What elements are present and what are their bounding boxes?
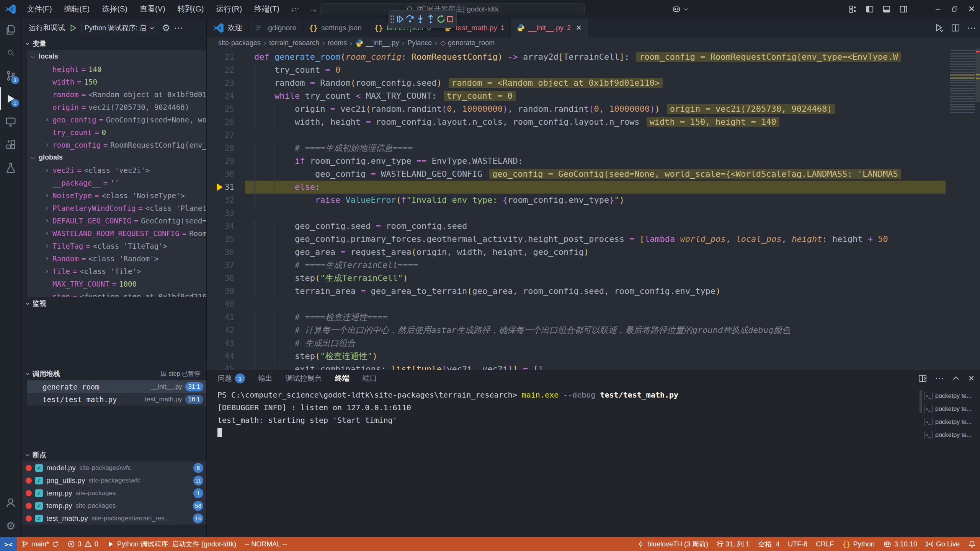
activity-item-explorer[interactable]: [0, 18, 22, 41]
terminal-scrollbar[interactable]: [920, 390, 922, 413]
variable-row[interactable]: step=<function step at 0x1bf9cd216d: [27, 290, 206, 297]
variable-row[interactable]: try_count=0: [27, 126, 206, 139]
code-line-30[interactable]: 30 geo_config = WASTELAND_GEO_CONFIGgeo_…: [207, 168, 946, 181]
forward-icon[interactable]: →: [309, 4, 318, 15]
toggle-secondary-sidebar-icon[interactable]: [895, 0, 912, 18]
variable-row[interactable]: __package__='': [27, 176, 206, 189]
code-line-28[interactable]: 28 # ====生成初始地理信息====: [207, 142, 946, 155]
code-line-42[interactable]: 42 # 计算每一个出口的中心，然后使用astar生成路径，确保每一个出口组合都…: [207, 324, 946, 337]
activity-item-settings[interactable]: ⚙: [0, 514, 22, 537]
statusbar-vim-mode[interactable]: -- NORMAL --: [240, 537, 291, 551]
variable-row[interactable]: Random=<class 'Random'>: [27, 252, 206, 265]
terminal-session-item[interactable]: >_pocketpy te...: [924, 390, 977, 402]
statusbar-eol[interactable]: CRLF: [812, 537, 838, 551]
variable-row[interactable]: geo_config=GeoConfig(seed=None, wor…: [27, 113, 206, 126]
variables-section-header[interactable]: 变量: [22, 37, 206, 50]
activity-item-account[interactable]: [0, 491, 22, 514]
variable-row[interactable]: width=150: [27, 75, 206, 88]
statusbar-git-commit-author[interactable]: blueloveTH (3 周前): [633, 537, 712, 551]
menu-item-1[interactable]: 编辑(E): [59, 2, 95, 16]
breadcrumb-item[interactable]: terrain_research: [269, 39, 319, 47]
code-line-41[interactable]: 41 # ====检查连通性====: [207, 311, 946, 324]
code-line-43[interactable]: 43 # 生成出口组合: [207, 337, 946, 350]
restart-icon[interactable]: [436, 14, 446, 24]
code-line-45[interactable]: 45 exit_combinations: list[tuple[vec2i, …: [207, 363, 946, 370]
breakpoint-checkbox[interactable]: ✓: [35, 489, 43, 497]
code-line-33[interactable]: 33: [207, 207, 946, 220]
statusbar-cursor-position[interactable]: 行 31, 列 1: [712, 537, 754, 551]
statusbar-remote-indicator[interactable]: ><: [0, 537, 17, 551]
variable-row[interactable]: PlanetaryWindConfig=<class 'Planeta…: [27, 202, 206, 214]
variable-row[interactable]: room_config=RoomRequestConfig(env_t…: [27, 139, 206, 151]
callstack-frame[interactable]: generate_room__init__.py31:1: [27, 380, 206, 393]
code-line-26[interactable]: 26 width, height = room_config.layout.n_…: [207, 116, 946, 129]
watch-section-header[interactable]: 监视: [22, 297, 206, 310]
breakpoint-row[interactable]: ✓test_math.pysite-packages\terrain_res..…: [22, 512, 206, 525]
code-line-22[interactable]: 22 try_count = 0: [207, 64, 946, 77]
start-debug-icon[interactable]: [69, 24, 77, 32]
statusbar-git-branch[interactable]: main*: [17, 537, 63, 551]
code-line-21[interactable]: 21def generate_room(room_config: RoomReq…: [207, 51, 946, 64]
minimap[interactable]: [950, 50, 975, 114]
code-line-38[interactable]: 38 step("生成TerrainCell"): [207, 272, 946, 285]
code-line-36[interactable]: 36 geo_area = request_area(origin, width…: [207, 246, 946, 259]
code-line-39[interactable]: 39 terrain_area = geo_area_to_terrain(ge…: [207, 285, 946, 298]
tab-close-icon[interactable]: ✕: [576, 23, 582, 32]
variable-row[interactable]: height=140: [27, 63, 206, 75]
statusbar-python-version[interactable]: 3.10.10: [879, 537, 921, 551]
terminal-session-item[interactable]: >_pocketpy te...: [924, 403, 977, 415]
editor-scrollbar[interactable]: [975, 49, 980, 102]
menu-item-4[interactable]: 转到(G): [172, 2, 209, 16]
stop-icon[interactable]: [446, 15, 454, 23]
activity-item-search[interactable]: [0, 41, 22, 64]
breadcrumb-item[interactable]: ◇generate_room: [440, 39, 495, 47]
breakpoint-row[interactable]: ✓png_utils.pysite-packages\wfc11: [22, 474, 206, 487]
tab-.gdignore[interactable]: .gdignore: [249, 18, 303, 37]
code-line-24[interactable]: 24 while try_count < MAX_TRY_COUNT:try_c…: [207, 90, 946, 103]
menu-item-3[interactable]: 查看(V): [134, 2, 171, 16]
more-actions-icon[interactable]: ⋯: [174, 23, 183, 33]
breakpoint-checkbox[interactable]: ✓: [35, 477, 43, 484]
step-into-icon[interactable]: [415, 14, 425, 24]
variable-row[interactable]: random=<Random object at 0x1bf9d01e…: [27, 88, 206, 101]
activity-item-source-control[interactable]: 3: [0, 64, 22, 87]
breakpoint-row[interactable]: ✓temp.pysite-packages1: [22, 487, 206, 499]
statusbar-problems[interactable]: 30: [63, 537, 103, 551]
code-line-35[interactable]: 35 geo_config.primary_forces.geothermal_…: [207, 233, 946, 246]
scope-globals[interactable]: globals: [27, 151, 206, 164]
panel-tab-端口[interactable]: 端口: [363, 370, 377, 386]
toggle-panel-icon[interactable]: [878, 0, 895, 18]
step-over-icon[interactable]: [405, 14, 415, 24]
terminal-session-item[interactable]: >_pocketpy te...: [924, 429, 977, 441]
code-line-29[interactable]: 29 if room_config.env_type == EnvType.WA…: [207, 155, 946, 168]
callstack-section-header[interactable]: 调用堆栈 因 step 已暂停: [22, 367, 206, 380]
debug-config-select[interactable]: Python 调试程序: 启: [81, 22, 158, 34]
drag-handle-icon[interactable]: [390, 15, 395, 23]
breakpoint-row[interactable]: ✓model.pysite-packages\wfc6: [22, 461, 206, 474]
statusbar-go-live[interactable]: Go Live: [921, 537, 964, 551]
activity-item-testing[interactable]: [0, 156, 22, 179]
statusbar-encoding[interactable]: UTF-8: [784, 537, 812, 551]
customize-layout-icon[interactable]: [844, 0, 861, 18]
panel-more-actions-icon[interactable]: ⋯: [935, 373, 944, 384]
code-line-44[interactable]: 44 step("检查连通性"): [207, 350, 946, 363]
menu-item-2[interactable]: 选择(S): [96, 2, 133, 16]
terminal-output[interactable]: PS C:\computer_science\godot-ldtk\site-p…: [207, 389, 923, 537]
close-button[interactable]: ✕: [963, 0, 980, 18]
panel-tab-调试控制台[interactable]: 调试控制台: [286, 370, 322, 386]
tab-__init__.py[interactable]: __init__.py2✕: [511, 18, 588, 37]
code-line-31[interactable]: 31 else:: [207, 181, 946, 194]
terminal-session-item[interactable]: >_pocketpy te...: [924, 416, 977, 428]
activity-item-extensions[interactable]: [0, 133, 22, 156]
breakpoint-checkbox[interactable]: ✓: [35, 464, 43, 472]
statusbar-language-mode[interactable]: {}Python: [838, 537, 879, 551]
split-terminal-icon[interactable]: [918, 374, 927, 383]
callstack-frame[interactable]: test/test_math.pytest_math.py16:1: [27, 393, 206, 406]
variable-row[interactable]: Tile=<class 'Tile'>: [27, 265, 206, 277]
variable-row[interactable]: MAX_TRY_COUNT=1000: [27, 277, 206, 290]
breadcrumb-item[interactable]: site-packages: [218, 39, 261, 47]
activity-item-remote-explorer[interactable]: [0, 110, 22, 133]
step-out-icon[interactable]: [426, 14, 436, 24]
editor-more-actions-icon[interactable]: ⋯: [967, 23, 976, 33]
statusbar-debug-status[interactable]: Python 调试程序: 启动文件 (godot-ldtk): [103, 537, 240, 551]
